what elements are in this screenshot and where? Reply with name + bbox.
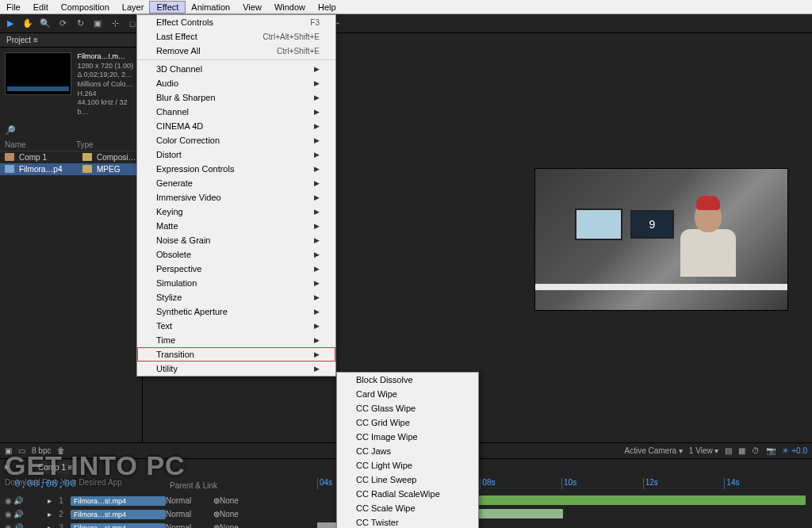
menu-item[interactable]: Remove AllCtrl+Shift+E	[137, 44, 335, 58]
menu-view[interactable]: View	[236, 2, 268, 13]
menu-item-perspective[interactable]: Perspective▶	[137, 262, 335, 276]
project-tab[interactable]: Project ≡	[0, 33, 142, 48]
timeline-icon[interactable]: ⏱	[752, 446, 760, 455]
views-dropdown[interactable]: 1 View ▾	[689, 446, 719, 455]
menu-edit[interactable]: Edit	[27, 2, 55, 13]
menu-window[interactable]: Window	[268, 2, 312, 13]
parent-link[interactable]: None	[220, 496, 267, 505]
menu-item-simulation[interactable]: Simulation▶	[137, 276, 335, 290]
menu-item-synthetic-aperture[interactable]: Synthetic Aperture▶	[137, 304, 335, 319]
render-queue-icon[interactable]: ▸	[5, 461, 10, 472]
visibility-icon[interactable]: ◉	[5, 496, 12, 505]
layer-index: 3	[52, 523, 71, 528]
audio-icon[interactable]: 🔊	[13, 510, 23, 518]
submenu-item-cc-glass-wipe[interactable]: CC Glass Wipe	[337, 401, 478, 415]
type-icon	[82, 153, 92, 161]
menu-effect[interactable]: Effect	[150, 2, 185, 13]
pickwhip-icon[interactable]: ⊚	[213, 510, 220, 518]
folder-icon[interactable]: ▭	[18, 446, 25, 455]
menu-item-expression-controls[interactable]: Expression Controls▶	[137, 162, 335, 176]
clip-info: Filmora…!.m… 1280 x 720 (1.00) Δ 0;02;19…	[0, 48, 142, 122]
menu-composition[interactable]: Composition	[55, 2, 116, 13]
submenu-item-card-wipe[interactable]: Card Wipe	[337, 387, 478, 401]
submenu-item-cc-jaws[interactable]: CC Jaws	[337, 444, 478, 458]
parent-link[interactable]: None	[220, 523, 267, 528]
menu-item-color-correction[interactable]: Color Correction▶	[137, 133, 335, 147]
menu-item-audio[interactable]: Audio▶	[137, 76, 335, 90]
menu-item-matte[interactable]: Matte▶	[137, 219, 335, 233]
menu-item-distort[interactable]: Distort▶	[137, 147, 335, 162]
new-comp-icon[interactable]: ▣	[5, 446, 12, 455]
timeline-tab[interactable]: Comp 1 ≡	[32, 461, 79, 474]
layer-name[interactable]: Filmora…s!.mp4	[71, 523, 166, 529]
anchor-tool-icon[interactable]: ⊹	[108, 17, 122, 31]
clip-audio: 44.100 kHz / 32 b…	[78, 98, 137, 117]
menu-item-time[interactable]: Time▶	[137, 333, 335, 347]
project-item-clip[interactable]: Filmora…p4 MPEG	[0, 163, 142, 175]
menu-item[interactable]: Last EffectCtrl+Alt+Shift+E	[137, 29, 335, 44]
selection-tool-icon[interactable]: ▶	[3, 17, 17, 31]
blend-mode[interactable]: Normal	[166, 496, 213, 505]
hand-tool-icon[interactable]: ✋	[21, 17, 35, 31]
blend-mode[interactable]: Normal	[166, 510, 213, 518]
project-item-comp[interactable]: Comp 1 Composi…	[0, 151, 142, 163]
bpc-indicator[interactable]: 8 bpc	[32, 446, 51, 455]
parent-link-header[interactable]: Parent & Link	[170, 481, 217, 490]
audio-icon[interactable]: 🔊	[13, 496, 23, 505]
submenu-item-cc-scale-wipe[interactable]: CC Scale Wipe	[337, 501, 478, 515]
parent-link[interactable]: None	[220, 510, 267, 518]
effect-menu-dropdown[interactable]: Effect ControlsF3Last EffectCtrl+Alt+Shi…	[136, 14, 336, 377]
menu-item-text[interactable]: Text▶	[137, 319, 335, 333]
menu-item-transition[interactable]: Transition▶	[137, 347, 335, 362]
submenu-item-cc-image-wipe[interactable]: CC Image Wipe	[337, 430, 478, 444]
submenu-item-block-dissolve[interactable]: Block Dissolve	[337, 373, 478, 387]
exposure-control[interactable]: ☀ +0.0	[782, 446, 807, 455]
layer-name[interactable]: Filmora…s!.mp4	[71, 510, 166, 519]
menu-item-stylize[interactable]: Stylize▶	[137, 290, 335, 304]
menu-item-obsolete[interactable]: Obsolete▶	[137, 247, 335, 262]
menu-item-noise-grain[interactable]: Noise & Grain▶	[137, 233, 335, 247]
menu-item-cinema-4d[interactable]: CINEMA 4D▶	[137, 119, 335, 133]
pickwhip-icon[interactable]: ⊚	[213, 496, 220, 505]
visibility-icon[interactable]: ◉	[5, 510, 12, 518]
viewer-frame[interactable]: 9	[534, 168, 788, 311]
menu-item-blur-sharpen[interactable]: Blur & Sharpen▶	[137, 90, 335, 105]
submenu-item-cc-grid-wipe[interactable]: CC Grid Wipe	[337, 415, 478, 430]
menu-item-generate[interactable]: Generate▶	[137, 176, 335, 190]
menu-item-3d-channel[interactable]: 3D Channel▶	[137, 62, 335, 76]
col-type[interactable]: Type	[76, 140, 94, 149]
menu-item-channel[interactable]: Channel▶	[137, 105, 335, 119]
menu-item-immersive-video[interactable]: Immersive Video▶	[137, 190, 335, 205]
rotate-tool-icon[interactable]: ↻	[73, 17, 87, 31]
audio-icon[interactable]: 🔊	[13, 523, 23, 528]
snapshot-icon[interactable]: 📷	[766, 446, 776, 455]
submenu-item-cc-radial-scalewipe[interactable]: CC Radial ScaleWipe	[337, 487, 478, 501]
submenu-item-cc-twister[interactable]: CC Twister	[337, 515, 478, 528]
col-name[interactable]: Name	[5, 140, 76, 149]
clip-bar[interactable]	[476, 495, 806, 505]
transparency-icon[interactable]: ▦	[738, 446, 745, 455]
project-search[interactable]: 🔎	[0, 122, 142, 139]
camera-dropdown[interactable]: Active Camera ▾	[624, 446, 682, 455]
menu-item-utility[interactable]: Utility▶	[137, 362, 335, 376]
menu-file[interactable]: File	[0, 2, 27, 13]
menu-item[interactable]: Effect ControlsF3	[137, 15, 335, 29]
menu-help[interactable]: Help	[312, 2, 343, 13]
visibility-icon[interactable]: ◉	[5, 523, 12, 528]
transition-submenu[interactable]: Block DissolveCard WipeCC Glass WipeCC G…	[336, 372, 479, 528]
view-options-icon[interactable]: ▤	[725, 446, 732, 455]
orbit-tool-icon[interactable]: ⟳	[56, 17, 70, 31]
clip-thumbnail[interactable]	[5, 52, 71, 95]
layer-name[interactable]: Filmora…s!.mp4	[71, 496, 166, 506]
zoom-tool-icon[interactable]: 🔍	[38, 17, 52, 31]
menu-animation[interactable]: Animation	[185, 2, 236, 13]
trash-icon[interactable]: 🗑	[57, 446, 65, 455]
pickwhip-icon[interactable]: ⊚	[213, 523, 220, 528]
menu-layer[interactable]: Layer	[116, 2, 151, 13]
menubar[interactable]: File Edit Composition Layer Effect Anima…	[0, 0, 812, 14]
submenu-item-cc-line-sweep[interactable]: CC Line Sweep	[337, 473, 478, 487]
menu-item-keying[interactable]: Keying▶	[137, 205, 335, 219]
submenu-item-cc-light-wipe[interactable]: CC Light Wipe	[337, 458, 478, 473]
camera-tool-icon[interactable]: ▣	[90, 17, 105, 31]
blend-mode[interactable]: Normal	[166, 523, 213, 528]
